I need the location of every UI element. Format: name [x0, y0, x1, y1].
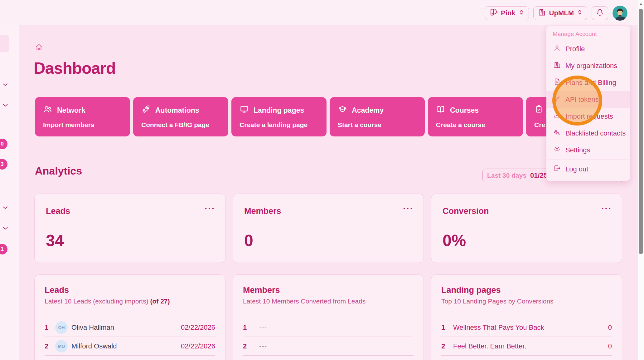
quick-action-network[interactable]: Network Import members [35, 97, 130, 136]
row-rank: 1 [441, 323, 449, 332]
quick-action-landing-pages[interactable]: Landing pages Create a landing page [231, 97, 327, 136]
sidebar-count-badge: 3 [0, 159, 7, 170]
row-rank: 1 [45, 323, 53, 332]
home-icon[interactable] [35, 43, 43, 52]
ellipsis-menu-icon[interactable]: ... [403, 201, 414, 211]
empty-value: --- [259, 342, 267, 350]
menu-item-import-requests[interactable]: Import requests [546, 108, 630, 125]
graduation-cap-icon [338, 105, 347, 116]
landing-page-name: Feel Better. Earn Better. [453, 342, 526, 350]
quick-actions-row: Network Import members Automations Conne… [35, 97, 625, 136]
user-icon [553, 44, 561, 54]
list-title: Members [243, 285, 414, 295]
page-title: Dashboard [34, 59, 116, 77]
list-card-leads: Leads Latest 10 Leads (excluding imports… [34, 274, 225, 360]
row-rank: 1 [243, 323, 251, 332]
theme-label: Pink [501, 9, 515, 17]
ellipsis-menu-icon[interactable]: ... [601, 201, 612, 211]
lists-row: Leads Latest 10 Leads (excluding imports… [34, 274, 622, 360]
monitor-icon [240, 105, 249, 116]
menu-item-label: API tokens [565, 96, 598, 104]
sidebar-active-item[interactable] [0, 35, 9, 52]
vertical-scrollbar[interactable] [638, 0, 644, 360]
table-row[interactable]: 2 MO Milford Oswald 02/22/2026 [45, 337, 215, 356]
bell-icon [596, 8, 604, 18]
sidebar-collapsed: 0 3 1 [0, 25, 19, 360]
quick-action-courses[interactable]: Courses Create a course [428, 97, 523, 136]
list-subtitle: Latest 10 Members Converted from Leads [243, 298, 366, 305]
quick-action-automations[interactable]: Automations Connect a FB/IG page [133, 97, 228, 136]
menu-item-api-tokens[interactable]: API tokens [546, 91, 630, 108]
avatar: OH [55, 321, 68, 334]
list-subtitle-count: (of 27) [150, 298, 170, 305]
org-label: UpMLM [549, 9, 574, 17]
conversion-count: 0 [608, 342, 612, 350]
table-row[interactable]: 2 --- [243, 337, 414, 356]
scroll-up-arrow-icon[interactable] [639, 2, 643, 6]
list-subtitle: Top 10 Landing Pages by Conversions [441, 298, 554, 305]
row-rank: 2 [45, 342, 53, 350]
menu-item-my-organizations[interactable]: My organizations [546, 57, 630, 74]
logout-icon [553, 165, 561, 174]
stat-card-conversion: Conversion ... 0% [431, 194, 622, 263]
quick-action-academy[interactable]: Academy Start a course [330, 97, 425, 136]
menu-item-plans-and-billing[interactable]: $ Plans and Billing [546, 74, 630, 91]
menu-item-label: Blacklisted contacts [565, 129, 626, 137]
stat-card-members: Members ... 0 [233, 194, 424, 263]
scrollbar-thumb[interactable] [639, 9, 643, 254]
sidebar-count-badge: 1 [0, 244, 7, 254]
chevron-down-icon[interactable] [2, 205, 9, 212]
organization-selector-button[interactable]: UpMLM [533, 6, 587, 20]
muted-megaphone-icon [553, 129, 561, 138]
notifications-button[interactable] [592, 6, 608, 20]
stat-value: 0 [244, 231, 412, 250]
menu-item-profile[interactable]: Profile [546, 41, 630, 57]
table-row[interactable]: 1 --- [243, 318, 414, 337]
quick-action-title: Automations [155, 106, 199, 115]
swatch-icon [490, 8, 498, 18]
topbar: Pink UpMLM [0, 0, 638, 25]
menu-section-header: Manage Account [546, 31, 630, 41]
chevron-down-icon[interactable] [2, 82, 9, 89]
people-icon [43, 105, 52, 116]
menu-item-label: Log out [565, 165, 588, 173]
chevron-updown-icon [519, 9, 524, 17]
lead-date: 02/22/2026 [181, 342, 215, 350]
lead-name: Oliva Hallman [71, 323, 114, 332]
chevron-down-icon[interactable] [2, 102, 9, 109]
quick-action-title: Network [57, 106, 85, 115]
ellipsis-menu-icon[interactable]: ... [205, 201, 215, 211]
menu-item-label: Plans and Billing [565, 79, 616, 87]
user-avatar[interactable] [613, 6, 627, 21]
menu-item-settings[interactable]: Settings [546, 142, 630, 159]
open-book-icon [436, 105, 445, 116]
quick-action-subtitle: Connect a FB/IG page [141, 121, 220, 129]
table-row[interactable]: 2 Feel Better. Earn Better. 0 [441, 337, 612, 356]
quick-action-title: Academy [352, 106, 384, 115]
clipboard-check-icon [534, 105, 544, 116]
list-subtitle: Latest 10 Leads (excluding imports) [45, 298, 150, 305]
account-dropdown-menu: Manage Account Profile My organizations … [546, 26, 630, 181]
section-divider [35, 153, 623, 153]
stat-card-leads: Leads ... 34 [34, 194, 225, 263]
theme-selector-button[interactable]: Pink [485, 6, 529, 20]
menu-item-blacklisted-contacts[interactable]: Blacklisted contacts [546, 125, 630, 142]
import-icon [553, 112, 561, 121]
sidebar-count-badge: 0 [0, 139, 7, 149]
quick-action-title: Landing pages [254, 106, 304, 115]
table-row[interactable]: 1 Wellness That Pays You Back 0 [441, 318, 612, 337]
lead-date: 02/22/2026 [181, 323, 215, 332]
analytics-title: Analytics [35, 165, 82, 177]
stat-value: 0% [443, 231, 611, 250]
billing-invoice-icon: $ [553, 78, 561, 87]
list-title: Leads [45, 285, 215, 295]
stat-title: Members [244, 206, 412, 216]
chevron-down-icon[interactable] [2, 225, 9, 232]
table-row[interactable]: 1 OH Oliva Hallman 02/22/2026 [45, 318, 215, 337]
stat-title: Conversion [443, 206, 611, 216]
quick-action-subtitle: Create a landing page [240, 121, 318, 129]
stat-title: Leads [46, 206, 214, 216]
menu-item-log-out[interactable]: Log out [546, 161, 630, 178]
quick-action-title: Courses [450, 106, 479, 115]
list-card-landing-pages: Landing pages Top 10 Landing Pages by Co… [431, 274, 622, 360]
